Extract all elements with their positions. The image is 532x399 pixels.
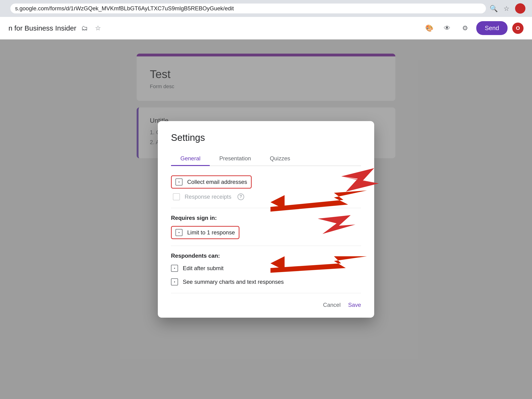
send-button[interactable]: Send <box>476 21 507 35</box>
tab-general[interactable]: General <box>171 152 210 165</box>
forms-header: n for Business Insider 🗂 ☆ 🎨 👁 ⚙ Send O <box>0 17 532 39</box>
divider-2 <box>171 246 361 246</box>
bookmark-icon[interactable]: ☆ <box>93 24 102 33</box>
edit-after-submit-label: Edit after submit <box>183 265 223 272</box>
url-text: s.google.com/forms/d/1rWzGQek_MVKmfBLbGT… <box>15 5 234 12</box>
search-icon[interactable]: 🔍 <box>490 5 498 13</box>
edit-after-submit-checkbox[interactable]: ▪ <box>171 265 178 272</box>
respondents-can-label: Respondents can: <box>171 253 361 259</box>
dialog-title: Settings <box>171 132 361 143</box>
see-summary-label: See summary charts and text responses <box>183 279 284 285</box>
dialog-footer: Cancel Save <box>171 302 361 308</box>
response-receipts-label: Response receipts <box>185 194 231 200</box>
settings-tabs: General Presentation Quizzes <box>171 152 361 166</box>
limit-response-checkbox[interactable]: ▪ <box>176 229 183 236</box>
see-summary-row: ▪ See summary charts and text responses <box>171 278 361 286</box>
edit-after-submit-row: ▪ Edit after submit <box>171 264 361 273</box>
limit-response-label: Limit to 1 response <box>187 229 235 236</box>
divider-1 <box>171 208 361 208</box>
header-right: 🎨 👁 ⚙ Send O <box>423 21 524 35</box>
opera-icon <box>515 3 526 14</box>
modal-overlay: Settings General Presentation Quizzes ▪ … <box>0 39 532 399</box>
chrome-bar: s.google.com/forms/d/1rWzGQek_MVKmfBLbGT… <box>0 0 532 17</box>
limit-response-highlighted: ▪ Limit to 1 response <box>171 226 239 239</box>
settings-dialog: Settings General Presentation Quizzes ▪ … <box>158 121 374 318</box>
palette-icon[interactable]: 🎨 <box>423 22 436 35</box>
tab-quizzes[interactable]: Quizzes <box>260 152 300 165</box>
settings-icon[interactable]: ⚙ <box>458 22 472 35</box>
help-icon[interactable]: ? <box>238 194 244 200</box>
folder-icon[interactable]: 🗂 <box>80 24 89 33</box>
response-receipts-row: Response receipts ? <box>173 192 361 201</box>
star-icon[interactable]: ☆ <box>504 5 509 13</box>
collect-email-label: Collect email addresses <box>187 179 247 185</box>
preview-icon[interactable]: 👁 <box>441 22 454 35</box>
forms-title-area: n for Business Insider 🗂 ☆ <box>8 24 102 33</box>
cancel-button[interactable]: Cancel <box>323 302 341 308</box>
chrome-icons: 🔍 ☆ <box>490 3 526 14</box>
tab-presentation[interactable]: Presentation <box>210 152 260 165</box>
requires-sign-in-label: Requires sign in: <box>171 215 361 221</box>
divider-3 <box>171 293 361 293</box>
collect-email-highlighted: ▪ Collect email addresses <box>171 175 252 189</box>
url-bar[interactable]: s.google.com/forms/d/1rWzGQek_MVKmfBLbGT… <box>10 4 486 13</box>
forms-title: n for Business Insider <box>8 24 76 32</box>
main-content: Test Form desc Untitle 1. Option 2. Add … <box>0 39 532 399</box>
response-receipts-checkbox[interactable] <box>173 193 180 200</box>
collect-email-checkbox[interactable]: ▪ <box>176 178 183 185</box>
avatar[interactable]: O <box>512 23 524 34</box>
save-button[interactable]: Save <box>348 302 361 308</box>
see-summary-checkbox[interactable]: ▪ <box>171 278 178 285</box>
